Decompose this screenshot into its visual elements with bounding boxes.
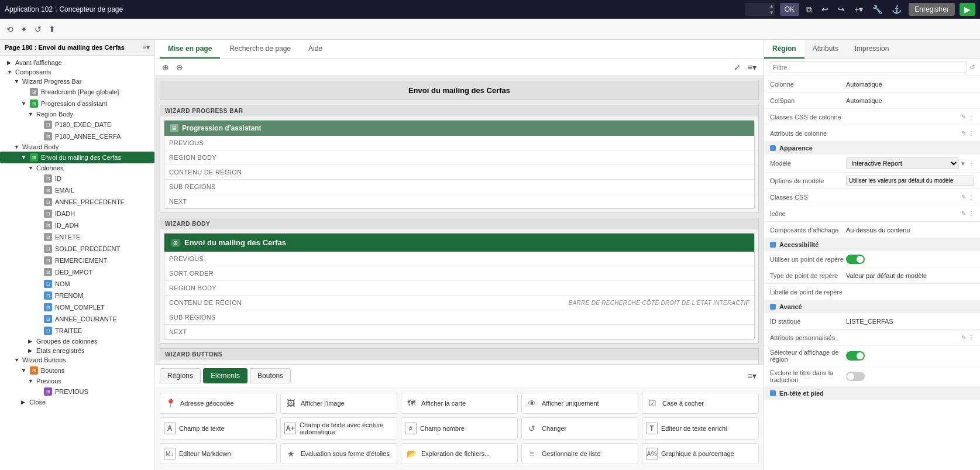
- attributs-perso-menu-icon[interactable]: ⋮: [968, 334, 974, 341]
- tools-icon[interactable]: 🔧: [870, 4, 885, 15]
- tree-p180-annee-cerfa[interactable]: ▶ ⊡ P180_ANNEE_CERFA: [0, 131, 154, 142]
- add-icon[interactable]: +▾: [852, 4, 865, 15]
- tree-col-traitee[interactable]: ▶ ⊡ TRAITEE: [0, 325, 154, 337]
- elem-afficher-image[interactable]: 🖼 Afficher l'image: [280, 393, 397, 414]
- tree-col-entete[interactable]: ▶ ⊡ ENTETE: [0, 231, 154, 243]
- right-tab-region[interactable]: Région: [764, 40, 804, 59]
- tree-col-idadh[interactable]: ▶ ⊡ IDADH: [0, 208, 154, 219]
- tree-col-nom[interactable]: ▶ ⊡ NOM: [0, 278, 154, 290]
- page-number-input[interactable]: 180: [745, 5, 768, 13]
- tree-region-body-prog[interactable]: ▼ Region Body: [0, 109, 154, 119]
- elem-champ-texte[interactable]: A Champ de texte: [160, 417, 277, 440]
- elem-champ-nombre[interactable]: # Champ nombre: [401, 417, 518, 440]
- elem-graphique-pourcentage[interactable]: A% Graphique à pourcentage: [642, 443, 759, 464]
- options-modele-button[interactable]: Utiliser les valeurs par défaut du modèl…: [846, 176, 974, 186]
- tree-col-id[interactable]: ▶ ⊡ ID: [0, 173, 154, 184]
- elem-editeur-enrichi[interactable]: T Editeur de texte enrichi: [642, 417, 759, 440]
- tree-wizard-buttons[interactable]: ▼ Wizard Buttons: [0, 355, 154, 365]
- elem-exploration-fichiers[interactable]: 📂 Exploration de fichiers...: [401, 443, 518, 464]
- tree-colonnes[interactable]: ▼ Colonnes: [0, 163, 154, 173]
- toolbar-icon-4[interactable]: ⬆: [47, 23, 57, 36]
- elem-afficher-uniquement[interactable]: 👁 Afficher uniquement: [521, 393, 638, 414]
- elem-afficher-carte[interactable]: 🗺 Afficher la carte: [401, 393, 518, 414]
- classes-css-edit-icon[interactable]: ✎: [961, 114, 966, 120]
- elem-adresse-geocodee[interactable]: 📍 Adresse géocodée: [160, 393, 277, 414]
- tab-mise-en-page[interactable]: Mise en page: [160, 40, 220, 59]
- tab-recherche-page[interactable]: Recherche de page: [221, 40, 299, 59]
- tree-progression-assistant[interactable]: ▼ ⊞ Progression d'assistant: [0, 98, 154, 109]
- run-button[interactable]: ▶: [960, 3, 975, 16]
- tree-col-ded-impot[interactable]: ▶ ⊡ DED_IMPOT: [0, 266, 154, 278]
- modele-select[interactable]: Interactive Report: [846, 157, 959, 169]
- undo-icon[interactable]: ↩: [819, 4, 831, 15]
- modele-select-container[interactable]: Interactive Report ▼: [846, 157, 966, 169]
- page-num-down[interactable]: ▼: [768, 9, 775, 16]
- toolbar-icon-1[interactable]: ⟲: [5, 23, 15, 36]
- filter-input[interactable]: [769, 61, 967, 73]
- tab-elements[interactable]: Eléments: [203, 368, 247, 383]
- tree-breadcrumb[interactable]: ▶ ⊞ Breadcrumb [Page globale]: [0, 86, 154, 98]
- tree-col-nom-complet[interactable]: ▶ ⊡ NOM_COMPLET: [0, 301, 154, 313]
- elem-gestionnaire-liste[interactable]: ≡ Gestionnaire de liste: [521, 443, 638, 464]
- share-icon[interactable]: ⚓: [889, 4, 904, 15]
- exclure-titre-toggle[interactable]: [846, 372, 865, 381]
- tab-regions[interactable]: Régions: [160, 368, 201, 383]
- redo-icon[interactable]: ↪: [835, 4, 847, 15]
- more-menu-button[interactable]: ≡▾: [745, 61, 759, 73]
- tree-previous[interactable]: ▼ Previous: [0, 376, 154, 386]
- copy-icon[interactable]: ⧉: [804, 4, 814, 16]
- attributs-col-edit-icon[interactable]: ✎: [961, 130, 966, 136]
- tree-etats-enregistres[interactable]: ▶ Etats enregistrés: [0, 346, 154, 355]
- ok-button[interactable]: OK: [780, 3, 799, 16]
- elem-editeur-markdown[interactable]: M↓ Editeur Markdown: [160, 443, 277, 464]
- elem-champ-texte-auto[interactable]: A+ Champ de texte avec écriture automati…: [280, 417, 397, 440]
- tree-col-prenom[interactable]: ▶ ⊡ PRENOM: [0, 290, 154, 301]
- tree-col-annee-courante[interactable]: ▶ ⊡ ANNEE_COURANTE: [0, 313, 154, 325]
- page-number-box[interactable]: 180 ▲ ▼: [745, 3, 775, 16]
- tree-p180-exec-date[interactable]: ▶ ⊡ P180_EXEC_DATE: [0, 119, 154, 131]
- modele-menu-icon[interactable]: ⋮: [968, 160, 974, 167]
- elem-evaluation-etoiles[interactable]: ★ Evaluation sous forme d'étoiles: [280, 443, 397, 464]
- right-tab-attributs[interactable]: Attributs: [804, 40, 847, 59]
- expand-button[interactable]: ⤢: [731, 61, 743, 73]
- page-num-up[interactable]: ▲: [768, 3, 775, 9]
- elem-case-cocher[interactable]: ☑ Case à cocher: [642, 393, 759, 414]
- tree-previous-btn[interactable]: ▶ ⊞ PREVIOUS: [0, 386, 154, 397]
- point-repere-toggle[interactable]: [846, 255, 865, 264]
- attributs-col-menu-icon[interactable]: ⋮: [968, 130, 974, 136]
- tab-aide[interactable]: Aide: [300, 40, 331, 59]
- selecteur-affichage-toggle[interactable]: [846, 351, 865, 361]
- tree-col-id-adh[interactable]: ▶ ⊡ ID_ADH: [0, 219, 154, 231]
- tree-wizard-progress-bar[interactable]: ▼ Wizard Progress Bar: [0, 77, 154, 86]
- icone-menu-icon[interactable]: ⋮: [968, 210, 974, 217]
- tree-composants[interactable]: ▼ Composants: [0, 67, 154, 77]
- toolbar-icon-3[interactable]: ↺: [33, 23, 43, 36]
- tree-col-solde[interactable]: ▶ ⊡ SOLDE_PRECEDENT: [0, 243, 154, 255]
- page-header-menu-icon[interactable]: ≡▾: [142, 43, 150, 52]
- toolbar-icon-2[interactable]: ✦: [19, 23, 29, 36]
- classes-css-edit2-icon[interactable]: ✎: [961, 194, 966, 200]
- tree-boutons[interactable]: ▼ ⊞ Boutons: [0, 365, 154, 376]
- col-solde-label: SOLDE_PRECEDENT: [55, 245, 120, 252]
- page-number-arrows[interactable]: ▲ ▼: [768, 3, 775, 16]
- tree-col-annee-prec[interactable]: ▶ ⊡ ANNEE_PRECEDENTE: [0, 196, 154, 208]
- tab-boutons[interactable]: Boutons: [250, 368, 291, 383]
- zoom-out-button[interactable]: ⊖: [174, 61, 185, 73]
- elem-changer[interactable]: ↺ Changer: [521, 417, 638, 440]
- right-tab-impression[interactable]: Impression: [847, 40, 898, 59]
- classes-css-menu2-icon[interactable]: ⋮: [968, 194, 974, 200]
- filter-reset-icon[interactable]: ↺: [969, 63, 975, 71]
- tree-wizard-body[interactable]: ▼ Wizard Body: [0, 142, 154, 152]
- attributs-perso-edit-icon[interactable]: ✎: [961, 334, 966, 341]
- zoom-in-button[interactable]: ⊕: [160, 61, 171, 73]
- tree-groupes-colonnes[interactable]: ▶ Groupes de colonnes: [0, 337, 154, 346]
- enregistrer-button[interactable]: Enregistrer: [909, 3, 955, 16]
- tree-col-remerciement[interactable]: ▶ ⊡ REMERCIEMENT: [0, 255, 154, 266]
- classes-css-menu-icon[interactable]: ⋮: [968, 114, 974, 120]
- tree-avant-affichage[interactable]: ▶ Avant l'affichage: [0, 58, 154, 67]
- tree-close[interactable]: ▶ Close: [0, 397, 154, 407]
- icone-edit-icon[interactable]: ✎: [961, 210, 966, 217]
- tree-envoi-mailing[interactable]: ▼ ⊞ Envoi du mailing des Cerfas: [0, 152, 154, 163]
- tree-col-email[interactable]: ▶ ⊡ EMAIL: [0, 184, 154, 196]
- bottom-more-button[interactable]: ≡▾: [745, 370, 759, 382]
